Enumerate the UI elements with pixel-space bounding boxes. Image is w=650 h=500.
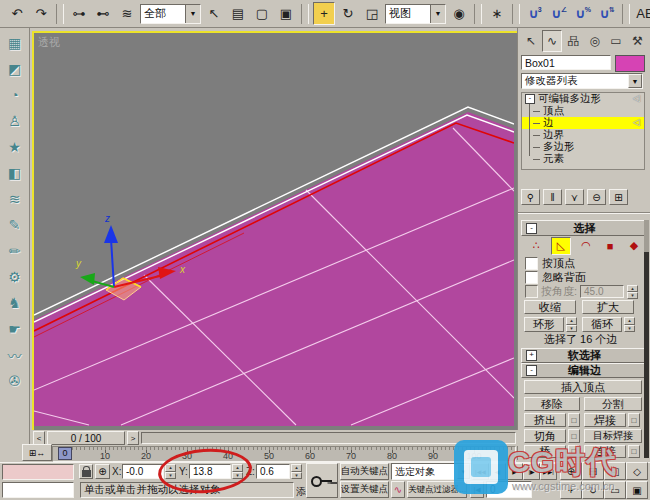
selection-set-dropdown[interactable]: 选定对象 ▼ — [391, 463, 471, 480]
spinner-up-icon[interactable]: ▴ — [232, 464, 243, 472]
y-coordinate-field[interactable]: 13.8 — [189, 464, 231, 479]
stack-item-element[interactable]: 元素 — [522, 153, 644, 165]
tab-utilities[interactable]: ⚒ — [628, 30, 647, 52]
angle-spinner[interactable]: ▴▾ — [627, 285, 638, 298]
select-and-rotate-icon[interactable]: ↻ — [337, 2, 359, 25]
loop-button[interactable]: 循环 — [582, 317, 622, 332]
selection-rollout-header[interactable]: - 选择 — [521, 220, 645, 236]
angle-value-field[interactable]: 45.0 — [580, 285, 624, 298]
tab-modify[interactable]: ∿ — [542, 30, 561, 52]
weld-settings-button[interactable]: □ — [628, 413, 640, 427]
set-keys-button[interactable] — [306, 463, 338, 498]
polygon-mode-icon[interactable]: ■ — [601, 238, 619, 254]
z-coordinate-field[interactable]: 0.6 — [256, 464, 290, 479]
stack-item-editable-poly[interactable]: - 可编辑多边形 ◁ — [522, 93, 644, 105]
star-icon[interactable]: ★ — [3, 134, 27, 160]
track-bar[interactable]: 102030405060708090100 — [52, 446, 516, 462]
weld-button[interactable]: 焊接 — [584, 413, 626, 427]
ring-button[interactable]: 环形 — [524, 317, 564, 332]
shrink-button[interactable]: 收缩 — [524, 300, 576, 314]
tab-display[interactable]: ▭ — [606, 30, 625, 52]
set-key-button[interactable]: 设置关键点 — [340, 481, 389, 498]
zoom-region-button[interactable]: ▭ — [604, 481, 626, 499]
time-slider-track[interactable] — [141, 432, 516, 444]
unlink-selection-icon[interactable]: ⊷ — [92, 2, 114, 25]
pan-button[interactable]: + — [560, 481, 582, 499]
field-of-view-button[interactable]: ◇ — [626, 462, 648, 480]
by-angle-checkbox[interactable] — [525, 285, 538, 298]
waves-icon[interactable]: 〰 — [3, 342, 27, 368]
next-frame-button[interactable]: |▶ — [523, 463, 540, 480]
current-frame-indicator[interactable]: 0 — [58, 447, 72, 460]
gear-icon[interactable]: ⚙ — [3, 264, 27, 290]
previous-frame-arrow[interactable]: < — [33, 431, 45, 445]
time-field[interactable]: 0 — [486, 481, 532, 498]
edit-edges-rollout-header[interactable]: - 编辑边 — [521, 363, 645, 378]
rectangular-selection-region-icon[interactable]: ▢ — [251, 2, 273, 25]
connect-button[interactable]: 连接 — [584, 445, 626, 458]
hand-tool-icon[interactable]: ☛ — [3, 316, 27, 342]
collapse-icon[interactable]: - — [526, 365, 537, 376]
stack-item-polygon[interactable]: 多边形 — [522, 141, 644, 153]
editable-poly-object[interactable] — [34, 112, 514, 426]
selection-filter-dropdown[interactable]: 全部▼ — [140, 4, 201, 24]
edge-mode-icon[interactable]: ◺ — [551, 237, 571, 255]
spinner-down-icon[interactable]: ▾ — [291, 472, 302, 480]
shapes-icon[interactable]: ◩ — [3, 56, 27, 82]
panel-scrollbar-thumb[interactable] — [644, 252, 649, 458]
grow-button[interactable]: 扩大 — [582, 300, 634, 314]
spinner-up-icon[interactable]: ▴ — [291, 464, 302, 472]
border-mode-icon[interactable]: ◠ — [577, 238, 595, 254]
spinner-down-icon[interactable]: ▾ — [627, 292, 638, 299]
collapse-icon[interactable]: - — [526, 223, 537, 234]
ignore-backfacing-checkbox[interactable] — [525, 271, 538, 284]
dropdown-arrow-icon[interactable]: ▼ — [457, 464, 470, 479]
spinner-up-icon[interactable]: ▴ — [566, 317, 577, 325]
percent-snap-icon[interactable]: ∪% — [572, 2, 594, 25]
named-selection-sets-icon[interactable]: AB — [634, 2, 650, 25]
extrude-button[interactable]: 挤出 — [524, 413, 566, 427]
insert-vertex-button[interactable]: 插入顶点 — [524, 380, 642, 394]
spinner-up-icon[interactable]: ▴ — [165, 464, 176, 472]
modifier-list-dropdown[interactable]: 修改器列表 ▼ — [521, 73, 643, 89]
x-spinner[interactable]: ▴▾ — [165, 464, 176, 479]
spinner-down-icon[interactable]: ▾ — [624, 325, 635, 333]
go-to-time-button[interactable]: |◀ — [470, 481, 484, 498]
select-by-name-icon[interactable]: ▤ — [227, 2, 249, 25]
arc-rotate-button[interactable]: ↻ — [582, 481, 604, 499]
window-crossing-icon[interactable]: ▣ — [275, 2, 297, 25]
dropdown-arrow-icon[interactable]: ▼ — [628, 74, 642, 88]
knot-icon[interactable]: ✇ — [3, 368, 27, 394]
bird-icon[interactable]: ♞ — [3, 290, 27, 316]
go-to-end-button[interactable]: ▶▶| — [540, 463, 557, 480]
remove-button[interactable]: 移除 — [524, 397, 580, 411]
dropdown-arrow-icon[interactable]: ▼ — [430, 5, 445, 23]
compounds-icon[interactable]: ◧ — [3, 160, 27, 186]
pen-icon[interactable]: ✏ — [3, 238, 27, 264]
absolute-offset-toggle[interactable]: ⊕ — [95, 464, 110, 479]
snaps-toggle-icon[interactable]: ∪3 — [524, 2, 546, 25]
expand-icon[interactable]: + — [526, 350, 537, 361]
open-mini-curve-editor-button[interactable]: ⊞↔ — [22, 444, 52, 461]
min-max-toggle-button[interactable]: ▣ — [626, 481, 648, 499]
ring-spinner[interactable]: ▴▾ — [566, 317, 577, 332]
chamfer-button[interactable]: 切角 — [524, 429, 566, 443]
select-and-move-icon[interactable]: + — [313, 2, 335, 25]
soft-selection-rollout-header[interactable]: + 软选择 — [521, 348, 645, 363]
maxscript-mini-listener-white[interactable] — [2, 482, 74, 498]
ball-icon[interactable]: ◔ — [3, 82, 27, 108]
configure-modifier-sets-icon[interactable]: ⊞ — [609, 189, 628, 205]
element-mode-icon[interactable]: ◆ — [625, 238, 643, 254]
connect-settings-button[interactable]: □ — [628, 445, 640, 458]
stack-item-border[interactable]: 边界 — [522, 129, 644, 141]
extrude-settings-button[interactable]: □ — [568, 413, 580, 427]
key-mode-toggle[interactable]: ∿ — [391, 481, 405, 498]
z-spinner[interactable]: ▴▾ — [291, 464, 302, 479]
perspective-viewport[interactable]: z x y 透视 — [32, 31, 520, 432]
stack-item-vertex[interactable]: 顶点 — [522, 105, 644, 117]
object-name-field[interactable]: Box01 — [521, 55, 611, 70]
select-and-manipulate-icon[interactable]: ∗ — [486, 2, 508, 25]
use-pivot-center-icon[interactable]: ◉ — [448, 2, 470, 25]
spinner-snap-icon[interactable]: ∪⇅ — [596, 2, 618, 25]
go-to-start-button[interactable]: |◀◀ — [472, 463, 489, 480]
